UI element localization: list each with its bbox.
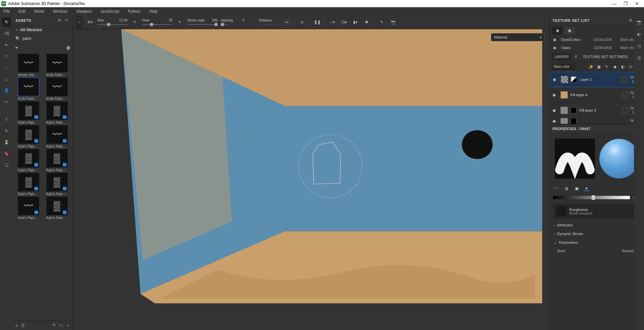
3d-viewport[interactable]: Material Y (73, 29, 549, 330)
asset-item[interactable]: 〰Knife Paint… (43, 54, 71, 77)
flow-slider[interactable] (142, 23, 172, 26)
add-mask-button[interactable]: ▣ (596, 64, 602, 70)
attributes-accordion[interactable]: ›Attributes (550, 221, 644, 229)
shader-settings-icon[interactable]: ◳ (636, 43, 642, 50)
add-fill-layer-button[interactable]: ◆ (612, 64, 618, 70)
timer-icon[interactable]: ⌛ (2, 138, 11, 147)
paint-tool[interactable]: ✎ (2, 17, 11, 27)
smudge-tool[interactable]: ☞ (2, 63, 11, 72)
layer-visibility-icon[interactable]: ◉ (552, 108, 558, 113)
asset-item[interactable]: ▒PsKyle's Pain… (43, 197, 71, 220)
iray-shortcut[interactable]: ↯ (2, 126, 11, 135)
property-gradient-slider[interactable] (553, 196, 630, 199)
menu-javascript[interactable]: JavaScript (99, 8, 120, 15)
add-smart-material-button[interactable]: ◐ (620, 64, 626, 70)
camera-icon[interactable]: 📷 (636, 19, 642, 25)
layer-visibility-icon[interactable]: ◉ (552, 119, 558, 123)
list-small-icon[interactable]: ≡ (15, 323, 18, 328)
layer-visibility-icon[interactable]: ◉ (552, 93, 558, 97)
asset-search-input[interactable] (22, 36, 73, 41)
close-window-button[interactable]: ✕ (631, 0, 643, 7)
menu-mode[interactable]: Mode (33, 8, 46, 15)
environment-button[interactable]: ✺ (363, 18, 371, 26)
asset-item[interactable]: ▒PsKyle's Pain… (15, 149, 43, 172)
projection-tool[interactable]: ✒ (2, 40, 11, 50)
display-settings-icon[interactable]: ◐ (636, 31, 642, 38)
material-picker-tool[interactable]: 👤 (2, 86, 11, 95)
layer-row[interactable]: ◉ Layer 1 Norm⌄100 ⌄ (550, 72, 644, 87)
erase-tool[interactable]: ⌫ (2, 29, 11, 38)
layer-mask-thumbnail[interactable] (571, 76, 577, 82)
menu-edit[interactable]: Edit (17, 8, 27, 15)
close-layers-tab[interactable]: ✕ (573, 54, 579, 59)
add-asset-button[interactable]: ＋ (66, 323, 70, 328)
refresh-icon[interactable]: ⟳ (52, 323, 56, 328)
asset-item[interactable]: 〰Knife Paint… (15, 77, 43, 101)
minimize-button[interactable]: — (608, 0, 620, 7)
undock-texset-button[interactable]: ⧉ (627, 17, 634, 24)
polygon-fill-tool[interactable]: ⬠ (2, 52, 11, 61)
asset-item[interactable]: ▒PsKyle's Pain… (15, 173, 43, 196)
material-tab-icon[interactable]: ● (584, 186, 589, 191)
layer-mask-thumbnail[interactable] (571, 118, 577, 124)
export-shortcut[interactable]: ⇪ (2, 115, 11, 124)
bookmark-icon[interactable]: 🔖 (2, 149, 11, 158)
stencil-tab-icon[interactable]: ▣ (574, 186, 579, 191)
list-large-icon[interactable]: ☰ (21, 323, 25, 328)
resource-icon[interactable]: ❏ (2, 160, 11, 170)
maximize-button[interactable]: ❐ (620, 0, 631, 7)
shading-mode-dropdown[interactable]: Material (491, 33, 545, 41)
brush-preset-icon[interactable]: ✲▾ (86, 18, 94, 26)
texture-set-settings-tab[interactable]: TEXTURE SET SETTINGS (580, 53, 631, 60)
param-seed-value[interactable]: Random (622, 249, 635, 253)
layer-row[interactable]: ◉ Fill layer 3 Norm⌄100 ⌄ (550, 103, 644, 118)
texture-set-row[interactable]: ◉Glass1024x1024Main shader (550, 44, 644, 52)
opacity-slider[interactable] (187, 23, 217, 26)
asset-item[interactable]: ▒PsKyle's Pain… (15, 125, 43, 148)
spacing-slider[interactable] (221, 23, 244, 26)
size-slider[interactable] (97, 23, 127, 26)
asset-item[interactable]: 〰PsKyle's Pain… (15, 197, 43, 220)
undock-panel-button[interactable]: ⧉ (56, 17, 63, 24)
symmetry-button[interactable]: ⦻ (298, 18, 306, 26)
more-tools-button[interactable]: » (282, 18, 291, 26)
parameters-accordion[interactable]: ⌄Parameters (550, 238, 644, 247)
filter-button[interactable]: ▾◦ (15, 45, 19, 50)
distance-icon[interactable]: ⋰ (248, 18, 256, 26)
pause-button[interactable]: ❚❚ (313, 18, 321, 26)
flow-brush-icon[interactable]: ✎ (131, 18, 139, 26)
channel-box[interactable]: Roughness Brush Gouache ✕ (553, 204, 641, 219)
physical-tool[interactable]: ✂ (2, 97, 11, 107)
menu-python[interactable]: Python (126, 8, 142, 15)
texture-set-row[interactable]: ◉DyedCotton1024x1024Main shader (550, 36, 644, 44)
grid-view-button[interactable]: ▦ (66, 45, 70, 50)
opacity-brush-icon[interactable]: ✎ (176, 18, 184, 26)
asset-item[interactable]: 〰Knife Paint… (43, 77, 71, 101)
asset-item[interactable]: ▒PsKyle's Pain… (43, 149, 71, 172)
dynamic-stroke-accordion[interactable]: ›Dynamic Stroke (550, 229, 644, 238)
visibility-eye-icon[interactable]: ◉ (553, 38, 558, 42)
asset-item[interactable]: 〰PsKyle's Pain… (43, 125, 71, 148)
add-paint-layer-button[interactable]: ✎ (604, 64, 610, 70)
menu-file[interactable]: File (2, 8, 11, 15)
render-button[interactable]: 📷 (389, 18, 397, 26)
asset-item[interactable]: ▒PsKyle's Pain… (43, 173, 71, 196)
folder-icon[interactable]: ▭ (59, 323, 63, 328)
layers-tab[interactable]: LAYERS (552, 53, 572, 60)
rotation-button[interactable]: ◳▾ (340, 18, 348, 26)
clone-tool[interactable]: ⎌ (2, 74, 11, 84)
baking-button[interactable]: ✎ (378, 18, 386, 26)
asset-item[interactable]: ▒PsKyle's Pain… (15, 101, 43, 124)
brush-tab-icon[interactable]: 〰 (554, 186, 559, 191)
menu-help[interactable]: Help (148, 8, 159, 15)
layer-mask-thumbnail[interactable] (571, 107, 577, 113)
asset-item[interactable]: ▒PsKyle's Pain… (43, 101, 71, 124)
menu-viewport[interactable]: Viewport (75, 8, 93, 15)
layer-row[interactable]: ◉ Fill layer 4 Norm⌄100 ⌄ (550, 87, 644, 103)
solo-visibility-button[interactable]: ◉ (552, 27, 562, 34)
history-icon[interactable]: ☰ (636, 55, 642, 62)
close-panel-button[interactable]: ✕ (63, 17, 70, 24)
asset-item[interactable]: 〰Artistic Hai… (15, 54, 43, 77)
all-visibility-button[interactable]: ◉ (565, 27, 575, 34)
camera-mode-button[interactable]: ▮▾ (351, 18, 359, 26)
